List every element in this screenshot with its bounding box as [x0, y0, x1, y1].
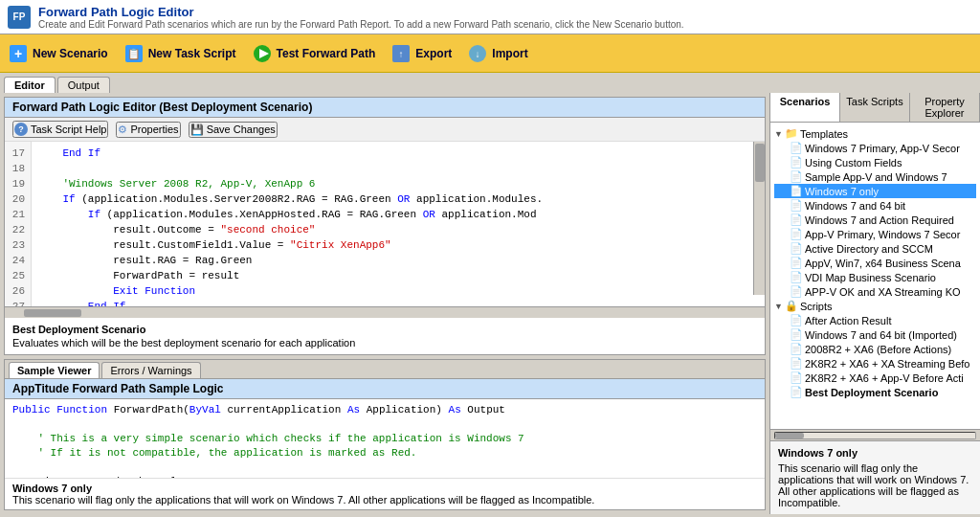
new-scenario-icon: +	[8, 43, 29, 64]
folder-expand-icon: ▼	[774, 129, 783, 139]
tree-item-appv-win7-x64[interactable]: 📄 AppV, Win7, x64 Business Scena	[774, 256, 976, 270]
file-icon: 📄	[790, 271, 803, 283]
tree-item-2k8r2-xa6-streaming[interactable]: 📄 2K8R2 + XA6 + XA Streaming Befo	[774, 356, 976, 371]
right-panel-description: Windows 7 only This scenario will flag o…	[770, 440, 980, 514]
import-icon: ↓	[467, 43, 488, 64]
right-desc-text: This scenario will flag only the applica…	[778, 462, 972, 508]
left-panel: Forward Path Logic Editor (Best Deployme…	[0, 93, 769, 514]
tab-errors-warnings[interactable]: Errors / Warnings	[101, 362, 200, 378]
file-icon: 📄	[790, 170, 803, 183]
svg-text:+: +	[14, 46, 22, 61]
tree-item-win7-action[interactable]: 📄 Windows 7 and Action Required	[774, 213, 976, 227]
export-button[interactable]: ↑ Export	[390, 43, 452, 64]
templates-label: Templates	[800, 128, 848, 140]
tab-output[interactable]: Output	[57, 77, 110, 93]
scripts-label: Scripts	[800, 301, 833, 312]
tree-item-appv-primary[interactable]: 📄 App-V Primary, Windows 7 Secor	[774, 227, 976, 241]
file-icon: 📄	[790, 285, 803, 298]
tab-property-explorer[interactable]: Property Explorer	[910, 93, 980, 122]
editor-title: Forward Path Logic Editor (Best Deployme…	[5, 98, 765, 118]
file-icon: 📄	[790, 314, 803, 326]
main-layout: Forward Path Logic Editor (Best Deployme…	[0, 93, 980, 514]
tree-item-sample-appv[interactable]: 📄 Sample App-V and Windows 7	[774, 169, 976, 184]
file-icon: 📄	[790, 257, 803, 269]
sample-tab-bar: Sample Viewer Errors / Warnings	[5, 360, 765, 378]
tree-item-2008r2-xa6[interactable]: 📄 2008R2 + XA6 (Before Actions)	[774, 342, 976, 356]
right-tab-bar: Scenarios Task Scripts Property Explorer	[770, 93, 980, 123]
svg-text:↑: ↑	[399, 49, 404, 59]
save-changes-button[interactable]: 💾 Save Changes	[189, 122, 278, 138]
file-icon: 📄	[790, 328, 803, 341]
svg-text:↓: ↓	[476, 49, 480, 59]
test-forward-path-button[interactable]: Test Forward Path	[252, 43, 376, 64]
file-icon: 📄	[790, 357, 803, 370]
tree-item-win7-64-imported[interactable]: 📄 Windows 7 and 64 bit (Imported)	[774, 327, 976, 342]
tree-item-after-action[interactable]: 📄 After Action Result	[774, 313, 976, 327]
editor-toolbar: ? Task Script Help ⚙ Properties 💾 Save C…	[5, 118, 765, 142]
code-area[interactable]: 17 18 19 20 21 22 23 24 25 26 27 28 End …	[5, 142, 765, 306]
test-icon	[252, 43, 273, 64]
line-numbers: 17 18 19 20 21 22 23 24 25 26 27 28	[5, 142, 32, 306]
file-icon: 📄	[790, 199, 803, 212]
tree-item-appv-xa[interactable]: 📄 APP-V OK and XA Streaming KO	[774, 284, 976, 299]
app-subtitle: Create and Edit Forward Path scenarios w…	[38, 19, 684, 30]
sample-desc-text: This scenario will flag only the applica…	[12, 494, 757, 506]
new-task-script-button[interactable]: 📋 New Task Script	[123, 43, 236, 64]
new-scenario-button[interactable]: + New Scenario	[8, 43, 108, 64]
import-button[interactable]: ↓ Import	[467, 43, 527, 64]
file-icon: 📄	[790, 214, 803, 226]
file-icon: 📄	[790, 371, 803, 384]
main-tab-bar: Editor Output	[0, 73, 980, 93]
sample-desc-title: Windows 7 only	[12, 483, 757, 494]
sample-code[interactable]: Public Function ForwardPath(ByVal curren…	[5, 399, 765, 478]
tree-templates-root[interactable]: ▼ 📁 Templates	[774, 126, 976, 141]
tab-task-scripts[interactable]: Task Scripts	[840, 93, 910, 122]
svg-text:📋: 📋	[127, 47, 141, 60]
tree-scripts-root[interactable]: ▼ 🔒 Scripts	[774, 299, 976, 313]
file-icon: 📄	[790, 343, 803, 355]
main-toolbar: + New Scenario 📋 New Task Script Test Fo…	[0, 34, 980, 73]
tree-item-using-custom-fields[interactable]: 📄 Using Custom Fields	[774, 155, 976, 169]
horizontal-scrollbar-editor[interactable]	[5, 306, 765, 318]
app-header: FP Forward Path Logic Editor Create and …	[0, 0, 980, 34]
description-text: Evaluates which will be the best deploym…	[12, 337, 757, 348]
tree-item-windows7-only[interactable]: 📄 Windows 7 only	[774, 184, 976, 198]
tree-item-2k8r2-xa6-appv[interactable]: 📄 2K8R2 + XA6 + App-V Before Acti	[774, 371, 976, 385]
tree-item-win7-primary[interactable]: 📄 Windows 7 Primary, App-V Secor	[774, 141, 976, 155]
tree-item-best-deployment[interactable]: 📄 Best Deployment Scenario	[774, 385, 976, 399]
folder-expand-icon: ▼	[774, 302, 783, 311]
file-icon: 📄	[790, 156, 803, 169]
scripts-folder-icon: 🔒	[785, 300, 798, 312]
tree-item-ad-sccm[interactable]: 📄 Active Directory and SCCM	[774, 241, 976, 256]
help-icon: ?	[14, 123, 28, 136]
task-script-help-button[interactable]: ? Task Script Help	[12, 121, 108, 138]
save-icon: 💾	[190, 124, 204, 136]
right-panel: Scenarios Task Scripts Property Explorer…	[769, 93, 980, 514]
sample-description: Windows 7 only This scenario will flag o…	[5, 478, 765, 509]
editor-description: Best Deployment Scenario Evaluates which…	[5, 318, 765, 354]
editor-section: Forward Path Logic Editor (Best Deployme…	[4, 97, 766, 355]
templates-folder-icon: 📁	[785, 127, 798, 140]
code-content: End If 'Windows Server 2008 R2, App-V, X…	[32, 142, 765, 306]
file-icon: 📄	[790, 242, 803, 255]
tab-scenarios[interactable]: Scenarios	[770, 93, 840, 122]
tree-horizontal-scrollbar[interactable]	[770, 429, 980, 440]
right-desc-title: Windows 7 only	[778, 447, 972, 459]
vertical-scrollbar[interactable]	[753, 142, 765, 295]
tab-sample-viewer[interactable]: Sample Viewer	[9, 362, 100, 378]
tree-item-vdi-map[interactable]: 📄 VDI Map Business Scenario	[774, 270, 976, 284]
tab-editor[interactable]: Editor	[4, 77, 56, 93]
file-icon: 📄	[790, 142, 803, 154]
app-title: Forward Path Logic Editor	[38, 5, 684, 19]
file-icon: 📄	[790, 228, 803, 240]
new-task-icon: 📋	[123, 43, 145, 64]
tree-item-win7-64[interactable]: 📄 Windows 7 and 64 bit	[774, 198, 976, 213]
file-icon: 📄	[790, 185, 803, 197]
sample-title: AppTitude Forward Path Sample Logic	[5, 378, 765, 399]
scenario-tree: ▼ 📁 Templates 📄 Windows 7 Primary, App-V…	[770, 123, 980, 429]
app-logo: FP	[8, 6, 31, 29]
properties-icon: ⚙	[118, 124, 127, 136]
properties-button[interactable]: ⚙ Properties	[116, 122, 180, 138]
file-icon: 📄	[790, 386, 803, 398]
description-title: Best Deployment Scenario	[12, 324, 757, 335]
